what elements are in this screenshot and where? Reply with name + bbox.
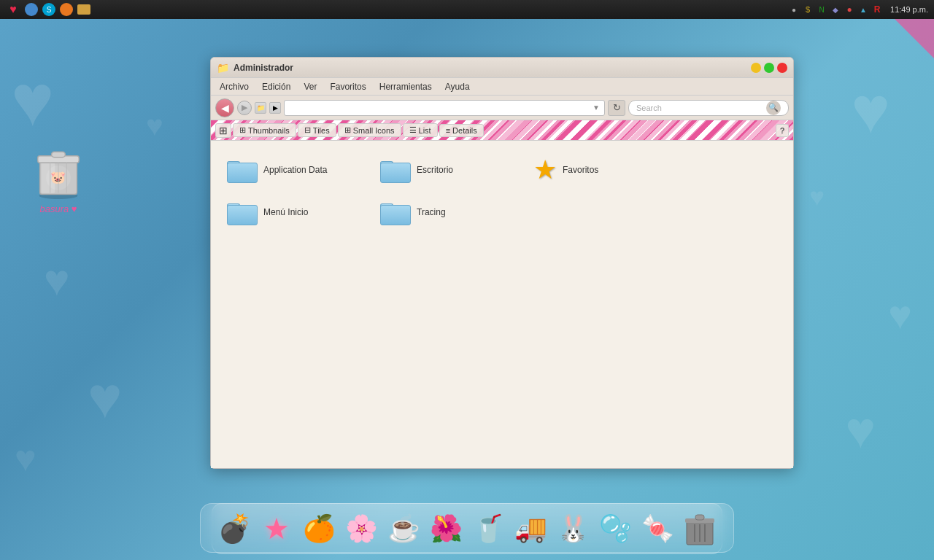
view-btn-tiles[interactable]: ⊟ Tiles bbox=[298, 123, 336, 137]
file-content-area: Application Data Escritorio ★ Favoritos … bbox=[211, 141, 793, 468]
file-label-tracing: Tracing bbox=[417, 207, 446, 217]
rabbit-icon: 🐰 bbox=[557, 513, 590, 544]
file-label-menu-inicio: Menú Inicio bbox=[263, 207, 308, 217]
refresh-button[interactable]: ↻ bbox=[608, 100, 625, 116]
taskbar-left-icons: ♥ S bbox=[6, 2, 90, 17]
nav-arrow-icon[interactable]: ▶ bbox=[269, 102, 281, 114]
dock-item-citrus[interactable]: 🍊 bbox=[300, 510, 338, 548]
dock: 💣 ★ 🍊 🌸 ☕ 🌺 🥤 🚚 🐰 🫧 🍬 bbox=[200, 503, 734, 553]
dock-item-star[interactable]: ★ bbox=[258, 510, 296, 548]
file-label-application-data: Application Data bbox=[263, 165, 327, 175]
file-item-favoritos[interactable]: ★ Favoritos bbox=[529, 152, 675, 187]
tray-icon-2[interactable]: $ bbox=[802, 4, 814, 15]
dock-item-flower-pink[interactable]: 🌺 bbox=[427, 510, 465, 548]
thumbnails-label: Thumbnails bbox=[248, 126, 290, 135]
dock-item-flower-blue[interactable]: 🌸 bbox=[342, 510, 380, 548]
system-tray: ● $ N ◆ ● ▲ R bbox=[788, 4, 883, 15]
file-label-favoritos: Favoritos bbox=[563, 165, 598, 175]
candy-icon: 🍬 bbox=[641, 513, 674, 544]
tray-icon-1[interactable]: ● bbox=[788, 4, 800, 15]
dock-item-trash[interactable] bbox=[681, 510, 719, 548]
dock-item-rabbit[interactable]: 🐰 bbox=[554, 510, 592, 548]
menu-ayuda[interactable]: Ayuda bbox=[439, 80, 476, 93]
search-box[interactable]: Search 🔍 bbox=[628, 100, 789, 116]
dock-item-bubble[interactable]: 🫧 bbox=[596, 510, 634, 548]
taskbar-right: ● $ N ◆ ● ▲ R 11:49 p.m. bbox=[788, 4, 928, 15]
taskbar-firefox-icon[interactable] bbox=[60, 3, 73, 16]
folder-nav-icon[interactable]: 📁 bbox=[255, 102, 266, 114]
pink-flower-icon: 🌺 bbox=[430, 513, 463, 544]
dock-item-bomb[interactable]: 💣 bbox=[215, 510, 253, 548]
view-btn-panel[interactable]: ⊞ bbox=[215, 123, 231, 138]
taskbar-browser-icon[interactable] bbox=[25, 3, 38, 16]
list-icon: ☰ bbox=[409, 125, 417, 135]
navigation-toolbar: ◀ ▶ 📁 ▶ ▼ ↻ Search 🔍 bbox=[211, 96, 793, 120]
search-placeholder-text: Search bbox=[636, 104, 662, 112]
recycle-bin[interactable]: 🐷 basura ♥ bbox=[33, 142, 84, 214]
file-item-escritorio[interactable]: Escritorio bbox=[376, 152, 522, 187]
truck-icon: 🚚 bbox=[514, 513, 547, 544]
minimize-button[interactable] bbox=[751, 63, 761, 73]
file-item-tracing[interactable]: Tracing bbox=[376, 195, 522, 230]
file-item-menu-inicio[interactable]: Menú Inicio bbox=[223, 195, 368, 230]
menu-edicion[interactable]: Edición bbox=[256, 80, 296, 93]
tiles-icon: ⊟ bbox=[304, 125, 311, 135]
view-btn-small-icons[interactable]: ⊞ Small Icons bbox=[338, 123, 401, 137]
taskbar-top: ♥ S ● $ N ◆ ● ▲ R 11:49 p.m. bbox=[0, 0, 934, 19]
window-controls bbox=[751, 63, 787, 73]
citrus-icon: 🍊 bbox=[303, 513, 336, 544]
close-button[interactable] bbox=[777, 63, 787, 73]
view-btn-details[interactable]: ≡ Details bbox=[439, 124, 484, 137]
tiles-label: Tiles bbox=[313, 126, 330, 135]
taskbar-folder-icon[interactable] bbox=[77, 4, 90, 15]
view-btn-thumbnails[interactable]: ⊞ Thumbnails bbox=[233, 123, 296, 137]
explorer-window: 📁 Administrador Archivo Edición Ver Favo… bbox=[210, 57, 794, 469]
taskbar-skype-icon[interactable]: S bbox=[42, 3, 55, 16]
blue-flower-icon: 🌸 bbox=[345, 513, 378, 544]
dock-item-coffee[interactable]: ☕ bbox=[385, 510, 422, 548]
svg-text:🐷: 🐷 bbox=[51, 170, 67, 185]
address-bar[interactable]: ▼ bbox=[284, 100, 605, 116]
view-toolbar: ⊞ ⊞ Thumbnails ⊟ Tiles ⊞ Small Icons ☰ L… bbox=[211, 120, 793, 141]
forward-button[interactable]: ▶ bbox=[237, 101, 252, 115]
small-icons-icon: ⊞ bbox=[344, 125, 351, 135]
bomb-icon: 💣 bbox=[217, 513, 252, 545]
tray-icon-5[interactable]: ● bbox=[844, 4, 855, 15]
trash-can-icon: 🐷 bbox=[33, 142, 84, 201]
small-icons-label: Small Icons bbox=[353, 126, 395, 135]
recycle-bin-label: basura ♥ bbox=[39, 203, 77, 214]
file-label-escritorio: Escritorio bbox=[417, 165, 453, 175]
pink-star-icon: ★ bbox=[263, 512, 290, 545]
coffee-icon: ☕ bbox=[387, 513, 420, 544]
window-title: Administrador bbox=[234, 63, 751, 73]
tray-icon-4[interactable]: ◆ bbox=[830, 4, 841, 15]
menu-archivo[interactable]: Archivo bbox=[214, 80, 255, 93]
dock-item-candy[interactable]: 🍬 bbox=[638, 510, 676, 548]
tray-icon-7[interactable]: R bbox=[871, 4, 883, 15]
menu-bar: Archivo Edición Ver Favoritos Herramient… bbox=[211, 78, 793, 96]
dock-item-smoothie[interactable]: 🥤 bbox=[469, 510, 507, 548]
window-titlebar: 📁 Administrador bbox=[211, 58, 793, 78]
help-button[interactable]: ? bbox=[776, 124, 789, 137]
search-button[interactable]: 🔍 bbox=[766, 101, 781, 115]
menu-ver[interactable]: Ver bbox=[298, 80, 323, 93]
dock-trash-icon bbox=[684, 511, 716, 546]
dock-item-truck[interactable]: 🚚 bbox=[512, 510, 549, 548]
menu-herramientas[interactable]: Herramientas bbox=[374, 80, 438, 93]
menu-favoritos[interactable]: Favoritos bbox=[324, 80, 371, 93]
address-dropdown[interactable]: ▼ bbox=[593, 104, 600, 112]
smoothie-icon: 🥤 bbox=[472, 513, 505, 544]
folder-icon-application-data bbox=[227, 157, 258, 183]
file-item-application-data[interactable]: Application Data bbox=[223, 152, 368, 187]
thumbnails-icon: ⊞ bbox=[239, 125, 246, 135]
folder-icon-tracing bbox=[380, 199, 411, 225]
heart-taskbar-icon[interactable]: ♥ bbox=[6, 2, 20, 17]
svg-rect-4 bbox=[52, 152, 66, 158]
back-button[interactable]: ◀ bbox=[215, 98, 234, 117]
bubble-icon: 🫧 bbox=[599, 513, 632, 544]
tray-icon-3[interactable]: N bbox=[816, 4, 827, 15]
view-btn-list[interactable]: ☰ List bbox=[403, 123, 438, 137]
tray-icon-6[interactable]: ▲ bbox=[857, 4, 869, 15]
folder-icon-escritorio bbox=[380, 157, 411, 183]
maximize-button[interactable] bbox=[764, 63, 774, 73]
